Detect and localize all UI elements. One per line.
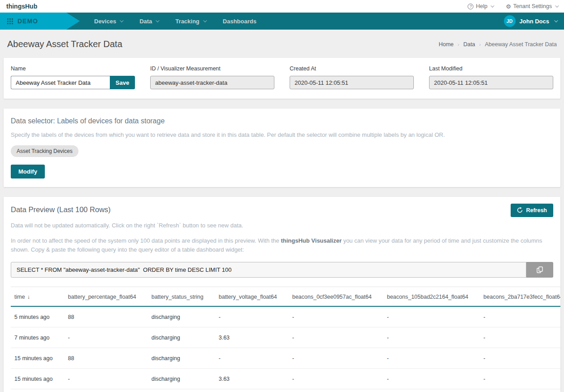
chevron-down-icon [555,4,559,7]
table-cell: - [480,306,560,327]
user-name: John Docs [520,18,549,25]
column-header-time[interactable]: time↓ [11,287,64,307]
main-navbar: DEMO Devices Data Tracking Dashboards JD… [0,13,564,30]
nav-label: Dashboards [223,18,256,25]
table-cell: discharging [148,348,215,369]
name-label: Name [11,65,135,72]
breadcrumb-home[interactable]: Home [438,41,453,48]
breadcrumb-current: Abeeway Asset Tracker Data [485,41,557,48]
table-cell: - [383,369,480,389]
table-cell: - [383,306,480,327]
table-cell: 3.63 [215,389,289,392]
thingshub-logo[interactable]: thingsHub [6,3,37,10]
last-modified-input [429,76,553,89]
preview-table-container: time↓battery_percentage_float64battery_s… [11,287,560,392]
table-cell: discharging [148,327,215,348]
field-last-modified: Last Modified [429,65,553,89]
refresh-icon [517,207,523,213]
table-cell: - [383,327,480,348]
table-row: 15 minutes ago-discharging3.63----- [11,369,560,389]
name-input[interactable] [11,76,110,89]
gear-icon: ⚙ [506,4,511,9]
modify-button[interactable]: Modify [11,165,45,179]
last-modified-label: Last Modified [429,65,553,72]
tenant-selector[interactable]: DEMO [0,13,66,30]
sort-desc-icon: ↓ [27,294,30,300]
top-bar: thingsHub ? Help ⚙ Tenant Settings [0,0,564,13]
save-button[interactable]: Save [110,76,135,89]
table-cell: - [289,348,383,369]
table-cell: 88 [64,306,148,327]
page-header: Abeeway Asset Tracker Data Home › Data ›… [0,30,564,58]
nav-item-tracking[interactable]: Tracking [175,18,205,25]
table-row: 7 minutes ago-discharging3.63----- [11,327,560,348]
selector-title: Data selector: Labels of devices for dat… [11,117,553,125]
help-menu[interactable]: ? Help [468,3,493,9]
field-created-at: Created At [290,65,414,89]
refresh-button[interactable]: Refresh [511,204,553,217]
table-cell: 88 [64,348,148,369]
selector-description: Specify the labels of the devices from w… [11,131,553,139]
breadcrumb-separator: › [458,42,460,47]
table-cell: discharging [148,389,215,392]
table-cell: - [289,327,383,348]
table-row: 15 minutes ago88discharging------ [11,348,560,369]
table-cell: 3.63 [215,369,289,389]
nav-label: Data [139,18,152,25]
column-header-battery_voltage_float64[interactable]: battery_voltage_float64 [215,287,289,307]
created-at-input [290,76,414,89]
query-group: SELECT * FROM "abeeway-asset-tracker-dat… [11,262,553,278]
table-cell: - [289,389,383,392]
preview-note-query: In order not to affect the speed of the … [11,236,553,254]
preview-title: Data Preview (Last 100 Rows) [11,205,111,214]
table-cell: - [215,348,289,369]
nav-item-data[interactable]: Data [139,18,158,25]
table-cell: - [289,306,383,327]
table-cell: - [64,327,148,348]
data-preview-card: Data Preview (Last 100 Rows) Refresh Dat… [4,197,560,392]
column-header-beacons_2ba717e3fecc_float64[interactable]: beacons_2ba717e3fecc_float64 [480,287,560,307]
table-row: 5 minutes ago88discharging------ [11,306,560,327]
table-cell: - [480,369,560,389]
chevron-down-icon [203,18,207,22]
table-cell: - [215,306,289,327]
copy-query-button[interactable] [526,262,553,278]
table-row: 24 minutes ago-discharging3.63----- [11,389,560,392]
breadcrumb: Home › Data › Abeeway Asset Tracker Data [438,41,557,48]
device-label-chip: Asset Tracking Devices [11,145,78,157]
column-header-beacons_0cf3ee0957ac_float64[interactable]: beacons_0cf3ee0957ac_float64 [289,287,383,307]
tenant-settings-menu[interactable]: ⚙ Tenant Settings [506,3,558,9]
column-header-battery_percentage_float64[interactable]: battery_percentage_float64 [64,287,148,307]
nav-item-devices[interactable]: Devices [94,18,122,25]
table-cell: - [64,389,148,392]
table-cell: discharging [148,306,215,327]
table-cell: - [480,348,560,369]
topbar-menus: ? Help ⚙ Tenant Settings [468,3,558,9]
table-cell: - [480,389,560,392]
breadcrumb-separator: › [479,42,481,47]
nav-items: Devices Data Tracking Dashboards [94,13,256,30]
breadcrumb-data[interactable]: Data [463,41,475,48]
table-cell: 5 minutes ago [11,306,64,327]
refresh-label: Refresh [526,207,547,213]
tenant-settings-label: Tenant Settings [513,3,552,9]
help-icon: ? [468,4,473,9]
table-cell: - [289,369,383,389]
nav-item-dashboards[interactable]: Dashboards [223,18,256,25]
table-cell: discharging [148,369,215,389]
preview-note-refresh: Data will not be updated automatically. … [11,221,553,230]
column-header-beacons_105bad2c2164_float64[interactable]: beacons_105bad2c2164_float64 [383,287,480,307]
table-cell: 3.63 [215,327,289,348]
column-header-battery_status_string[interactable]: battery_status_string [148,287,215,307]
chevron-down-icon [490,4,494,7]
details-card: Name Save ID / Visualizer Measurement Cr… [4,58,560,99]
table-cell: 15 minutes ago [11,348,64,369]
table-body: 5 minutes ago88discharging------7 minute… [11,306,560,392]
chevron-down-icon [120,18,123,22]
data-selector-card: Data selector: Labels of devices for dat… [4,109,560,187]
id-input [150,76,274,89]
visualizer-link-text: thingsHub Visusalizer [281,237,342,244]
user-menu[interactable]: JD John Docs [504,13,557,30]
preview-table: time↓battery_percentage_float64battery_s… [11,287,560,392]
table-cell: 7 minutes ago [11,327,64,348]
